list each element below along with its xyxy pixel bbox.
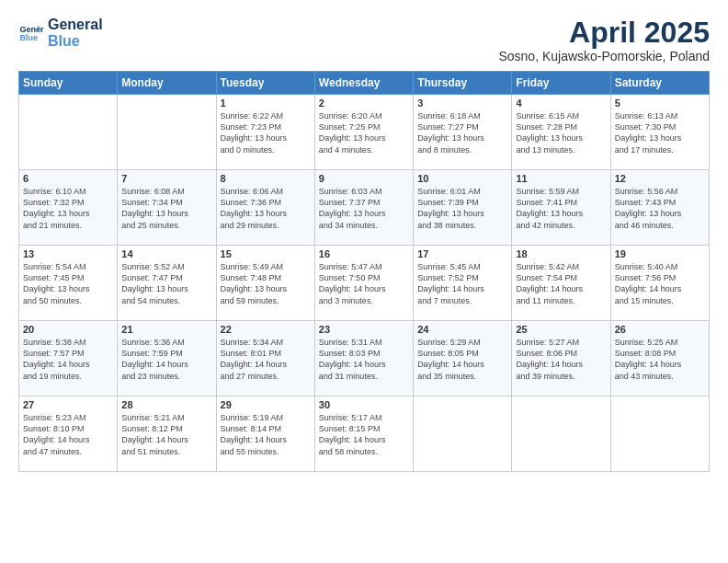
day-info: Sunrise: 5:25 AM Sunset: 8:08 PM Dayligh… bbox=[615, 337, 705, 382]
day-number: 15 bbox=[221, 248, 311, 259]
day-info: Sunrise: 5:45 AM Sunset: 7:52 PM Dayligh… bbox=[417, 261, 507, 306]
day-info: Sunrise: 5:36 AM Sunset: 7:59 PM Dayligh… bbox=[121, 337, 211, 382]
calendar-week-row: 6Sunrise: 6:10 AM Sunset: 7:32 PM Daylig… bbox=[19, 170, 710, 246]
day-info: Sunrise: 6:20 AM Sunset: 7:25 PM Dayligh… bbox=[319, 110, 409, 155]
day-number: 17 bbox=[417, 248, 507, 259]
calendar-week-row: 27Sunrise: 5:23 AM Sunset: 8:10 PM Dayli… bbox=[19, 396, 710, 472]
calendar-cell: 3Sunrise: 6:18 AM Sunset: 7:27 PM Daylig… bbox=[414, 95, 512, 170]
day-info: Sunrise: 6:10 AM Sunset: 7:32 PM Dayligh… bbox=[23, 186, 113, 231]
calendar-cell: 5Sunrise: 6:13 AM Sunset: 7:30 PM Daylig… bbox=[610, 95, 709, 170]
day-number: 25 bbox=[516, 324, 606, 335]
weekday-header-wednesday: Wednesday bbox=[314, 72, 413, 95]
logo-text: General Blue bbox=[48, 17, 103, 49]
calendar-cell: 27Sunrise: 5:23 AM Sunset: 8:10 PM Dayli… bbox=[19, 396, 118, 472]
calendar-cell: 30Sunrise: 5:17 AM Sunset: 8:15 PM Dayli… bbox=[314, 396, 413, 472]
calendar-cell: 21Sunrise: 5:36 AM Sunset: 7:59 PM Dayli… bbox=[118, 321, 216, 396]
calendar-cell: 1Sunrise: 6:22 AM Sunset: 7:23 PM Daylig… bbox=[216, 95, 314, 170]
day-info: Sunrise: 5:52 AM Sunset: 7:47 PM Dayligh… bbox=[121, 261, 211, 306]
main-title: April 2025 bbox=[498, 17, 710, 49]
day-info: Sunrise: 6:22 AM Sunset: 7:23 PM Dayligh… bbox=[221, 110, 311, 155]
day-info: Sunrise: 6:03 AM Sunset: 7:37 PM Dayligh… bbox=[319, 186, 409, 231]
day-info: Sunrise: 5:47 AM Sunset: 7:50 PM Dayligh… bbox=[319, 261, 409, 306]
day-info: Sunrise: 6:08 AM Sunset: 7:34 PM Dayligh… bbox=[121, 186, 211, 231]
weekday-header-thursday: Thursday bbox=[414, 72, 512, 95]
calendar-cell: 12Sunrise: 5:56 AM Sunset: 7:43 PM Dayli… bbox=[610, 170, 709, 246]
weekday-header-monday: Monday bbox=[118, 72, 216, 95]
logo-icon: General Blue bbox=[18, 20, 44, 46]
calendar-cell bbox=[118, 95, 216, 170]
day-info: Sunrise: 5:23 AM Sunset: 8:10 PM Dayligh… bbox=[23, 412, 113, 457]
day-number: 20 bbox=[23, 324, 113, 335]
day-number: 24 bbox=[417, 324, 507, 335]
day-number: 11 bbox=[516, 173, 606, 184]
calendar-cell: 4Sunrise: 6:15 AM Sunset: 7:28 PM Daylig… bbox=[512, 95, 610, 170]
day-number: 1 bbox=[221, 98, 311, 109]
header: General Blue General Blue April 2025 Sos… bbox=[18, 17, 710, 63]
day-number: 5 bbox=[615, 98, 705, 109]
day-info: Sunrise: 5:49 AM Sunset: 7:48 PM Dayligh… bbox=[221, 261, 311, 306]
calendar-cell: 13Sunrise: 5:54 AM Sunset: 7:45 PM Dayli… bbox=[19, 246, 118, 321]
day-info: Sunrise: 5:17 AM Sunset: 8:15 PM Dayligh… bbox=[319, 412, 409, 457]
calendar-cell: 22Sunrise: 5:34 AM Sunset: 8:01 PM Dayli… bbox=[216, 321, 314, 396]
day-info: Sunrise: 5:59 AM Sunset: 7:41 PM Dayligh… bbox=[516, 186, 606, 231]
subtitle: Sosno, Kujawsko-Pomorskie, Poland bbox=[498, 49, 710, 63]
calendar-cell bbox=[414, 396, 512, 472]
day-info: Sunrise: 6:15 AM Sunset: 7:28 PM Dayligh… bbox=[516, 110, 606, 155]
day-number: 22 bbox=[221, 324, 311, 335]
calendar-cell: 6Sunrise: 6:10 AM Sunset: 7:32 PM Daylig… bbox=[19, 170, 118, 246]
day-info: Sunrise: 5:29 AM Sunset: 8:05 PM Dayligh… bbox=[417, 337, 507, 382]
calendar-week-row: 20Sunrise: 5:38 AM Sunset: 7:57 PM Dayli… bbox=[19, 321, 710, 396]
calendar-cell: 19Sunrise: 5:40 AM Sunset: 7:56 PM Dayli… bbox=[610, 246, 709, 321]
calendar-cell: 11Sunrise: 5:59 AM Sunset: 7:41 PM Dayli… bbox=[512, 170, 610, 246]
calendar-cell: 10Sunrise: 6:01 AM Sunset: 7:39 PM Dayli… bbox=[414, 170, 512, 246]
day-info: Sunrise: 5:38 AM Sunset: 7:57 PM Dayligh… bbox=[23, 337, 113, 382]
weekday-header-sunday: Sunday bbox=[19, 72, 118, 95]
day-number: 12 bbox=[615, 173, 705, 184]
calendar-body: 1Sunrise: 6:22 AM Sunset: 7:23 PM Daylig… bbox=[19, 95, 710, 472]
weekday-header-saturday: Saturday bbox=[610, 72, 709, 95]
day-number: 21 bbox=[121, 324, 211, 335]
day-number: 26 bbox=[615, 324, 705, 335]
calendar-cell: 17Sunrise: 5:45 AM Sunset: 7:52 PM Dayli… bbox=[414, 246, 512, 321]
day-number: 7 bbox=[121, 173, 211, 184]
calendar-cell bbox=[610, 396, 709, 472]
day-number: 14 bbox=[121, 248, 211, 259]
day-number: 16 bbox=[319, 248, 409, 259]
day-number: 30 bbox=[319, 399, 409, 410]
calendar-cell: 2Sunrise: 6:20 AM Sunset: 7:25 PM Daylig… bbox=[314, 95, 413, 170]
day-number: 8 bbox=[221, 173, 311, 184]
calendar-cell: 9Sunrise: 6:03 AM Sunset: 7:37 PM Daylig… bbox=[314, 170, 413, 246]
day-info: Sunrise: 5:31 AM Sunset: 8:03 PM Dayligh… bbox=[319, 337, 409, 382]
day-info: Sunrise: 5:27 AM Sunset: 8:06 PM Dayligh… bbox=[516, 337, 606, 382]
calendar-cell: 18Sunrise: 5:42 AM Sunset: 7:54 PM Dayli… bbox=[512, 246, 610, 321]
calendar-cell: 15Sunrise: 5:49 AM Sunset: 7:48 PM Dayli… bbox=[216, 246, 314, 321]
calendar-cell: 25Sunrise: 5:27 AM Sunset: 8:06 PM Dayli… bbox=[512, 321, 610, 396]
calendar-cell: 24Sunrise: 5:29 AM Sunset: 8:05 PM Dayli… bbox=[414, 321, 512, 396]
day-info: Sunrise: 5:21 AM Sunset: 8:12 PM Dayligh… bbox=[121, 412, 211, 457]
calendar-cell: 16Sunrise: 5:47 AM Sunset: 7:50 PM Dayli… bbox=[314, 246, 413, 321]
day-info: Sunrise: 6:06 AM Sunset: 7:36 PM Dayligh… bbox=[221, 186, 311, 231]
page: General Blue General Blue April 2025 Sos… bbox=[0, 0, 728, 563]
day-number: 28 bbox=[121, 399, 211, 410]
svg-text:Blue: Blue bbox=[19, 33, 38, 42]
calendar-cell: 23Sunrise: 5:31 AM Sunset: 8:03 PM Dayli… bbox=[314, 321, 413, 396]
calendar-cell: 14Sunrise: 5:52 AM Sunset: 7:47 PM Dayli… bbox=[118, 246, 216, 321]
day-info: Sunrise: 5:42 AM Sunset: 7:54 PM Dayligh… bbox=[516, 261, 606, 306]
day-info: Sunrise: 5:34 AM Sunset: 8:01 PM Dayligh… bbox=[221, 337, 311, 382]
day-number: 10 bbox=[417, 173, 507, 184]
day-number: 2 bbox=[319, 98, 409, 109]
day-number: 4 bbox=[516, 98, 606, 109]
calendar-cell: 28Sunrise: 5:21 AM Sunset: 8:12 PM Dayli… bbox=[118, 396, 216, 472]
day-info: Sunrise: 6:01 AM Sunset: 7:39 PM Dayligh… bbox=[417, 186, 507, 231]
calendar-cell: 7Sunrise: 6:08 AM Sunset: 7:34 PM Daylig… bbox=[118, 170, 216, 246]
day-info: Sunrise: 6:18 AM Sunset: 7:27 PM Dayligh… bbox=[417, 110, 507, 155]
day-number: 29 bbox=[221, 399, 311, 410]
day-info: Sunrise: 5:40 AM Sunset: 7:56 PM Dayligh… bbox=[615, 261, 705, 306]
day-info: Sunrise: 5:54 AM Sunset: 7:45 PM Dayligh… bbox=[23, 261, 113, 306]
calendar-cell: 8Sunrise: 6:06 AM Sunset: 7:36 PM Daylig… bbox=[216, 170, 314, 246]
weekday-header-friday: Friday bbox=[512, 72, 610, 95]
calendar-week-row: 1Sunrise: 6:22 AM Sunset: 7:23 PM Daylig… bbox=[19, 95, 710, 170]
calendar-cell: 26Sunrise: 5:25 AM Sunset: 8:08 PM Dayli… bbox=[610, 321, 709, 396]
day-info: Sunrise: 5:19 AM Sunset: 8:14 PM Dayligh… bbox=[221, 412, 311, 457]
calendar-cell: 29Sunrise: 5:19 AM Sunset: 8:14 PM Dayli… bbox=[216, 396, 314, 472]
